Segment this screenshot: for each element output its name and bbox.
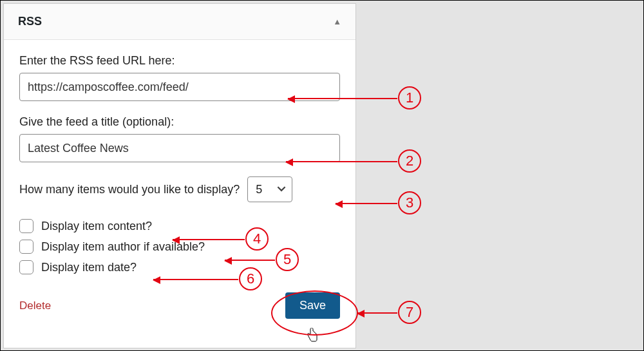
annotation-ellipse-save [271, 290, 358, 336]
panel-header[interactable]: RSS ▲ [4, 4, 355, 40]
annotation-arrow-6 [153, 279, 238, 280]
display-author-checkbox[interactable] [19, 240, 33, 254]
display-author-label: Display item author if available? [41, 240, 205, 254]
item-count-value: 5 [247, 176, 292, 202]
display-content-checkbox[interactable] [19, 219, 33, 233]
annotation-arrow-3 [336, 203, 397, 204]
panel-body: Enter the RSS feed URL here: Give the fe… [4, 40, 355, 329]
annotation-arrow-5 [225, 260, 275, 261]
display-date-checkbox[interactable] [19, 260, 33, 274]
annotation-arrow-1 [288, 98, 397, 99]
annotation-arrow-4 [173, 239, 245, 240]
feed-title-label: Give the feed a title (optional): [19, 115, 340, 129]
annotation-1: 1 [398, 86, 421, 109]
annotation-arrow-7 [357, 312, 397, 314]
delete-link[interactable]: Delete [19, 299, 51, 312]
annotation-2: 2 [398, 149, 421, 173]
item-count-label: How many items would you like to display… [19, 183, 240, 196]
rss-url-label: Enter the RSS feed URL here: [19, 54, 340, 68]
collapse-icon: ▲ [333, 17, 341, 26]
display-content-label: Display item content? [41, 220, 152, 233]
annotation-arrow-2 [286, 161, 397, 162]
annotation-3: 3 [398, 191, 421, 214]
panel-title: RSS [18, 15, 42, 28]
display-date-label: Display item date? [41, 261, 137, 274]
item-count-select[interactable]: 5 [247, 176, 292, 202]
annotation-7: 7 [398, 301, 421, 324]
